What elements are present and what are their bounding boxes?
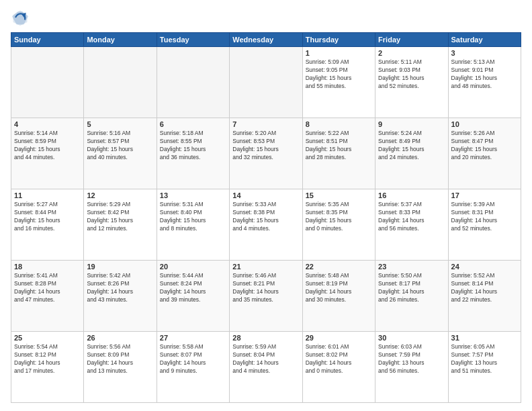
col-thursday: Thursday: [302, 33, 375, 47]
calendar-cell: 19Sunrise: 5:42 AM Sunset: 8:26 PM Dayli…: [84, 261, 157, 332]
day-info: Sunrise: 5:58 AM Sunset: 8:07 PM Dayligh…: [160, 343, 226, 375]
day-number: 26: [87, 334, 153, 342]
day-info: Sunrise: 5:39 AM Sunset: 8:31 PM Dayligh…: [451, 201, 518, 233]
calendar-header: Sunday Monday Tuesday Wednesday Thursday…: [11, 33, 521, 47]
day-number: 21: [232, 263, 299, 271]
day-info: Sunrise: 5:11 AM Sunset: 9:03 PM Dayligh…: [378, 58, 445, 91]
day-number: 23: [378, 263, 445, 271]
calendar-cell: 22Sunrise: 5:48 AM Sunset: 8:19 PM Dayli…: [302, 261, 375, 332]
day-info: Sunrise: 5:46 AM Sunset: 8:21 PM Dayligh…: [232, 272, 299, 304]
day-number: 16: [378, 191, 445, 199]
day-info: Sunrise: 5:44 AM Sunset: 8:24 PM Dayligh…: [160, 272, 226, 304]
day-info: Sunrise: 5:14 AM Sunset: 8:59 PM Dayligh…: [14, 130, 81, 162]
calendar-cell: 27Sunrise: 5:58 AM Sunset: 8:07 PM Dayli…: [157, 332, 229, 403]
day-info: Sunrise: 5:18 AM Sunset: 8:55 PM Dayligh…: [160, 130, 226, 162]
calendar-cell: 11Sunrise: 5:27 AM Sunset: 8:44 PM Dayli…: [11, 189, 84, 261]
day-info: Sunrise: 5:26 AM Sunset: 8:47 PM Dayligh…: [451, 130, 518, 162]
day-number: 24: [451, 263, 518, 271]
day-info: Sunrise: 5:27 AM Sunset: 8:44 PM Dayligh…: [14, 201, 81, 233]
day-number: 5: [87, 120, 153, 128]
day-number: 17: [451, 191, 518, 199]
calendar-cell: 7Sunrise: 5:20 AM Sunset: 8:53 PM Daylig…: [230, 118, 302, 189]
calendar-cell: 14Sunrise: 5:33 AM Sunset: 8:38 PM Dayli…: [230, 189, 302, 261]
calendar-cell: [84, 47, 157, 118]
day-number: 27: [160, 334, 226, 342]
calendar-cell: 31Sunrise: 6:05 AM Sunset: 7:57 PM Dayli…: [448, 332, 521, 403]
day-number: 15: [306, 191, 372, 199]
day-number: 3: [451, 49, 518, 57]
day-number: 2: [378, 49, 445, 57]
col-friday: Friday: [375, 33, 448, 47]
logo-icon: [11, 8, 30, 27]
day-info: Sunrise: 5:22 AM Sunset: 8:51 PM Dayligh…: [306, 130, 372, 162]
col-tuesday: Tuesday: [157, 33, 229, 47]
calendar-cell: 12Sunrise: 5:29 AM Sunset: 8:42 PM Dayli…: [84, 189, 157, 261]
header-row: Sunday Monday Tuesday Wednesday Thursday…: [11, 33, 521, 47]
day-number: 7: [232, 120, 299, 128]
day-number: 29: [306, 334, 372, 342]
day-number: 4: [14, 120, 81, 128]
calendar-cell: 9Sunrise: 5:24 AM Sunset: 8:49 PM Daylig…: [375, 118, 448, 189]
day-info: Sunrise: 5:48 AM Sunset: 8:19 PM Dayligh…: [306, 272, 372, 304]
day-number: 14: [232, 191, 299, 199]
calendar-cell: 3Sunrise: 5:13 AM Sunset: 9:01 PM Daylig…: [448, 47, 521, 118]
calendar-cell: 24Sunrise: 5:52 AM Sunset: 8:14 PM Dayli…: [448, 261, 521, 332]
day-number: 19: [87, 263, 153, 271]
day-info: Sunrise: 5:37 AM Sunset: 8:33 PM Dayligh…: [378, 201, 445, 233]
day-number: 28: [232, 334, 299, 342]
calendar-cell: 28Sunrise: 5:59 AM Sunset: 8:04 PM Dayli…: [230, 332, 302, 403]
calendar-cell: 1Sunrise: 5:09 AM Sunset: 9:05 PM Daylig…: [302, 47, 375, 118]
calendar-cell: 30Sunrise: 6:03 AM Sunset: 7:59 PM Dayli…: [375, 332, 448, 403]
calendar-cell: 25Sunrise: 5:54 AM Sunset: 8:12 PM Dayli…: [11, 332, 84, 403]
calendar-cell: 17Sunrise: 5:39 AM Sunset: 8:31 PM Dayli…: [448, 189, 521, 261]
day-info: Sunrise: 5:35 AM Sunset: 8:35 PM Dayligh…: [306, 201, 372, 233]
calendar-cell: 2Sunrise: 5:11 AM Sunset: 9:03 PM Daylig…: [375, 47, 448, 118]
day-info: Sunrise: 5:42 AM Sunset: 8:26 PM Dayligh…: [87, 272, 153, 304]
day-number: 6: [160, 120, 226, 128]
calendar-cell: [230, 47, 302, 118]
calendar-cell: 21Sunrise: 5:46 AM Sunset: 8:21 PM Dayli…: [230, 261, 302, 332]
day-number: 11: [14, 191, 81, 199]
day-info: Sunrise: 5:33 AM Sunset: 8:38 PM Dayligh…: [232, 201, 299, 233]
calendar-cell: 26Sunrise: 5:56 AM Sunset: 8:09 PM Dayli…: [84, 332, 157, 403]
day-number: 22: [306, 263, 372, 271]
day-info: Sunrise: 5:13 AM Sunset: 9:01 PM Dayligh…: [451, 58, 518, 91]
day-number: 10: [451, 120, 518, 128]
day-info: Sunrise: 5:31 AM Sunset: 8:40 PM Dayligh…: [160, 201, 226, 233]
calendar-body: 1Sunrise: 5:09 AM Sunset: 9:05 PM Daylig…: [11, 47, 521, 403]
calendar-week-5: 25Sunrise: 5:54 AM Sunset: 8:12 PM Dayli…: [11, 332, 521, 403]
day-info: Sunrise: 5:09 AM Sunset: 9:05 PM Dayligh…: [306, 58, 372, 91]
calendar-cell: 29Sunrise: 6:01 AM Sunset: 8:02 PM Dayli…: [302, 332, 375, 403]
calendar-cell: 13Sunrise: 5:31 AM Sunset: 8:40 PM Dayli…: [157, 189, 229, 261]
day-info: Sunrise: 6:03 AM Sunset: 7:59 PM Dayligh…: [378, 343, 445, 375]
calendar-cell: 5Sunrise: 5:16 AM Sunset: 8:57 PM Daylig…: [84, 118, 157, 189]
col-saturday: Saturday: [448, 33, 521, 47]
calendar-cell: [11, 47, 84, 118]
page: Sunday Monday Tuesday Wednesday Thursday…: [0, 0, 532, 411]
day-number: 20: [160, 263, 226, 271]
day-info: Sunrise: 5:41 AM Sunset: 8:28 PM Dayligh…: [14, 272, 81, 304]
calendar-cell: 4Sunrise: 5:14 AM Sunset: 8:59 PM Daylig…: [11, 118, 84, 189]
col-wednesday: Wednesday: [230, 33, 302, 47]
day-info: Sunrise: 5:56 AM Sunset: 8:09 PM Dayligh…: [87, 343, 153, 375]
calendar-cell: 6Sunrise: 5:18 AM Sunset: 8:55 PM Daylig…: [157, 118, 229, 189]
calendar-cell: 20Sunrise: 5:44 AM Sunset: 8:24 PM Dayli…: [157, 261, 229, 332]
day-number: 30: [378, 334, 445, 342]
day-number: 31: [451, 334, 518, 342]
day-info: Sunrise: 6:05 AM Sunset: 7:57 PM Dayligh…: [451, 343, 518, 375]
day-info: Sunrise: 5:24 AM Sunset: 8:49 PM Dayligh…: [378, 130, 445, 162]
day-info: Sunrise: 5:54 AM Sunset: 8:12 PM Dayligh…: [14, 343, 81, 375]
logo: [11, 8, 32, 27]
day-info: Sunrise: 5:59 AM Sunset: 8:04 PM Dayligh…: [232, 343, 299, 375]
day-number: 18: [14, 263, 81, 271]
day-info: Sunrise: 5:16 AM Sunset: 8:57 PM Dayligh…: [87, 130, 153, 162]
calendar-cell: 16Sunrise: 5:37 AM Sunset: 8:33 PM Dayli…: [375, 189, 448, 261]
calendar-cell: 18Sunrise: 5:41 AM Sunset: 8:28 PM Dayli…: [11, 261, 84, 332]
calendar-table: Sunday Monday Tuesday Wednesday Thursday…: [11, 32, 521, 403]
day-number: 13: [160, 191, 226, 199]
calendar-cell: 8Sunrise: 5:22 AM Sunset: 8:51 PM Daylig…: [302, 118, 375, 189]
calendar-cell: [157, 47, 229, 118]
col-monday: Monday: [84, 33, 157, 47]
calendar-cell: 10Sunrise: 5:26 AM Sunset: 8:47 PM Dayli…: [448, 118, 521, 189]
calendar-week-1: 1Sunrise: 5:09 AM Sunset: 9:05 PM Daylig…: [11, 47, 521, 118]
